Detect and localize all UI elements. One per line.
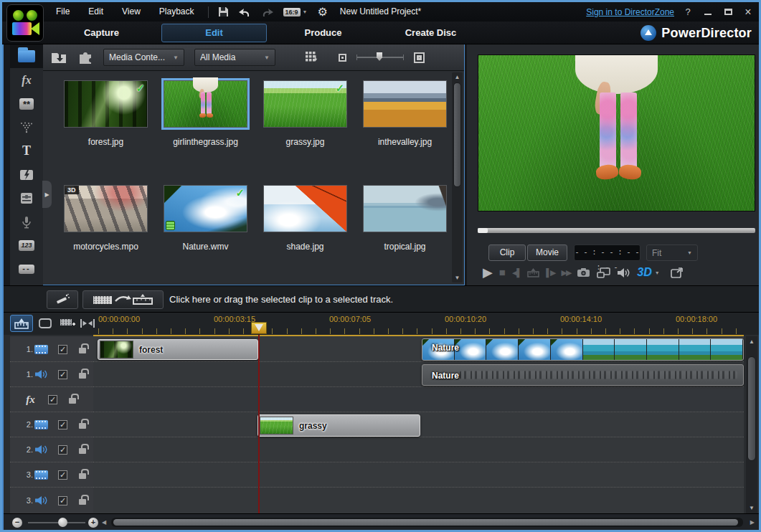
horizontal-scrollbar-thumb[interactable] [113,519,738,526]
timeline-view-button[interactable] [10,315,33,332]
lane-video-3[interactable] [93,462,744,488]
playhead-line[interactable] [258,335,260,513]
sidebar-item-title-room[interactable]: T [10,139,43,163]
clip-mode-button[interactable]: Clip [488,244,526,261]
undock-preview-icon[interactable] [671,267,684,278]
tab-produce[interactable]: Produce [278,22,368,44]
seek-position[interactable] [478,228,488,233]
video-viewport[interactable] [478,54,755,212]
fast-forward-button[interactable]: ▶▶ [561,262,570,282]
undo-icon[interactable] [239,7,251,17]
track-enable-checkbox[interactable]: ✓ [58,420,67,429]
track-enable-checkbox[interactable]: ✓ [58,470,67,480]
library-scrollbar-thumb[interactable] [453,82,461,187]
track-enable-checkbox[interactable]: ✓ [48,395,57,404]
thumbnail-size-large-icon[interactable] [414,52,425,63]
timeline-clip-forest[interactable]: forest [98,339,258,360]
dual-preview-icon[interactable] [597,267,610,278]
scroll-up-icon[interactable]: ▲ [746,337,757,346]
track-lock-icon[interactable] [79,373,86,379]
tab-create-disc[interactable]: Create Disc [382,22,479,44]
scroll-down-icon[interactable]: ▼ [452,273,463,282]
storyboard-view-button[interactable] [36,315,55,332]
chevron-down-icon[interactable]: ▼ [655,270,660,275]
lane-audio-3[interactable] [93,488,744,513]
timeline-zoom-slider[interactable] [28,522,85,523]
scroll-left-icon[interactable]: ◀ [102,514,106,531]
sidebar-item-media-room[interactable] [10,44,43,68]
help-button[interactable]: ? [681,6,694,17]
zoom-in-button[interactable]: + [88,518,98,528]
track-manager-button[interactable] [57,315,77,332]
next-frame-button[interactable]: ▌▶ [546,262,554,282]
previous-frame-button[interactable]: ◀▌ [512,262,521,282]
timeline-ruler[interactable]: 00:00:00:00 00:00:03:15 00:00:07:05 00:0… [2,313,759,335]
sort-grid-icon[interactable] [306,52,318,63]
insert-to-timeline-button[interactable] [82,290,164,309]
maximize-button[interactable] [722,6,734,17]
sidebar-item-chapter-room[interactable]: 123 [10,234,43,257]
media-thumbnail-grassy[interactable]: ✓ [263,80,347,128]
track-lanes[interactable]: forest Nature Nature grassy [93,336,744,513]
play-button[interactable]: ▶ [483,262,493,282]
snap-fit-button[interactable] [79,315,96,332]
lane-fx[interactable] [93,387,744,412]
track-enable-checkbox[interactable]: ✓ [58,370,67,379]
sidebar-item-pip-objects-room[interactable]: ** [10,92,43,115]
media-thumbnail-inthevalley[interactable] [363,80,447,128]
settings-gear-icon[interactable]: ⚙ [317,5,327,19]
track-enable-checkbox[interactable]: ✓ [58,445,67,455]
movie-mode-button[interactable]: Movie [527,244,567,261]
scroll-down-icon[interactable]: ▼ [746,503,757,513]
media-thumbnail-nature[interactable]: ✓ [164,185,247,232]
content-filter-dropdown[interactable]: Media Conte... ▼ [103,49,184,66]
3d-display-button[interactable]: 3D [637,266,651,279]
sidebar-item-transition-room[interactable] [10,163,43,186]
import-media-icon[interactable] [50,50,67,65]
zoom-out-button[interactable]: − [12,518,22,528]
aspect-ratio-selector[interactable]: 16:9 ▼ [283,8,308,16]
track-lock-icon[interactable] [79,473,86,479]
timecode-display[interactable]: - - : - - : - - : - - [574,244,641,261]
minimize-button[interactable] [701,6,714,17]
track-lock-icon[interactable] [79,348,86,353]
volume-speaker-icon[interactable] [617,267,630,278]
timeline-clip-grassy[interactable]: grassy [257,414,420,437]
signin-directorzone-link[interactable]: Sign in to DirectorZone [586,7,674,17]
library-scrollbar[interactable]: ▲ ▼ [452,72,463,282]
sidebar-item-effect-room[interactable]: fx [10,68,43,92]
track-lock-icon[interactable] [79,499,86,505]
tab-capture[interactable]: Capture [57,22,146,44]
save-icon[interactable] [218,6,229,17]
sidebar-item-particle-room[interactable] [10,115,43,139]
timeline-zoom-handle[interactable] [58,518,67,527]
snapshot-camera-icon[interactable] [577,267,590,277]
upgrade-icon[interactable] [641,25,656,41]
thumbnail-size-slider-handle[interactable] [377,52,382,61]
media-type-dropdown[interactable]: All Media ▼ [194,49,275,66]
preview-seek-bar[interactable] [478,228,755,233]
track-enable-checkbox[interactable]: ✓ [58,496,67,505]
menu-edit[interactable]: Edit [79,2,113,22]
menu-playback[interactable]: Playback [150,2,204,22]
media-thumbnail-forest[interactable]: ✓ [64,80,148,128]
sidebar-item-audio-mixing-room[interactable] [10,186,43,210]
scroll-right-icon[interactable]: ▶ [750,514,755,531]
timeline-clip-nature-video[interactable]: Nature [422,338,744,361]
track-enable-checkbox[interactable]: ✓ [58,345,67,354]
scroll-up-icon[interactable]: ▲ [452,72,463,82]
track-lock-icon[interactable] [79,448,86,454]
thumbnail-size-small-icon[interactable] [339,54,346,62]
plugin-puzzle-icon[interactable] [77,50,93,65]
thumbnail-size-slider[interactable] [356,57,404,58]
magic-tools-button[interactable] [47,290,78,309]
timeline-horizontal-scrollbar[interactable] [111,518,743,527]
timeline-clip-nature-audio[interactable]: Nature [422,364,744,386]
stop-button[interactable]: ■ [499,262,506,282]
track-lock-icon[interactable] [69,398,76,404]
close-button[interactable]: × [742,6,755,19]
timeline-scrollbar-thumb[interactable] [747,356,756,461]
panel-flyout-handle[interactable]: ▶ [42,181,52,208]
timeline-vertical-scrollbar[interactable]: ▲ ▼ [746,336,757,513]
menu-file[interactable]: File [47,2,79,22]
